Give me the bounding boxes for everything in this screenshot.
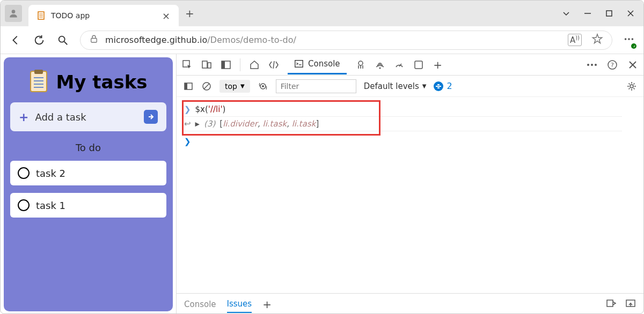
svg-rect-25 (222, 61, 225, 69)
dock-side-icon[interactable] (625, 298, 636, 310)
svg-point-12 (625, 38, 627, 40)
svg-point-36 (595, 64, 597, 66)
url-text: microsoftedge.github.io/Demos/demo-to-do… (105, 35, 296, 45)
svg-rect-26 (295, 61, 303, 68)
new-tab-button[interactable]: + (185, 7, 194, 20)
tab-close-button[interactable]: × (162, 10, 170, 21)
favorite-icon[interactable] (591, 33, 603, 47)
settings-icon[interactable] (626, 81, 637, 92)
computed-styles-icon[interactable] (606, 298, 617, 310)
drawer-add-tab[interactable]: + (262, 298, 272, 311)
svg-point-34 (587, 64, 589, 66)
svg-point-31 (379, 67, 380, 69)
input-prompt-icon: ❯ (184, 104, 191, 114)
console-output-line[interactable]: ↩ ▶ (3) [li.divider, li.task, li.task] (184, 117, 636, 131)
add-task-label: Add a task (35, 111, 137, 123)
lock-icon (89, 34, 99, 46)
close-button[interactable] (626, 9, 635, 18)
svg-point-9 (59, 36, 65, 42)
devtools-drawer-tabs: Console Issues + (177, 293, 643, 314)
sidebar-toggle-icon[interactable] (183, 81, 194, 92)
log-levels-selector[interactable]: Default levels ▼ (364, 81, 427, 91)
svg-rect-42 (185, 83, 187, 89)
svg-point-14 (632, 38, 634, 40)
performance-tab-icon[interactable] (394, 59, 405, 70)
svg-line-44 (204, 84, 209, 89)
network-tab-icon[interactable] (375, 59, 385, 70)
console-tab-label: Console (308, 59, 340, 69)
svg-point-27 (358, 61, 363, 65)
search-button[interactable] (56, 34, 69, 47)
console-toolbar: top ▼ Default levels ▼ 2 (177, 76, 643, 97)
page-icon (37, 11, 46, 20)
clear-console-icon[interactable] (201, 81, 212, 92)
task-name: task 1 (36, 200, 65, 211)
svg-rect-49 (437, 87, 440, 88)
svg-point-46 (262, 85, 264, 87)
expand-icon[interactable]: ▶ (195, 121, 200, 128)
more-icon[interactable] (587, 59, 597, 70)
add-task-button[interactable]: + Add a task (10, 102, 166, 131)
svg-rect-48 (436, 86, 441, 87)
refresh-button[interactable] (33, 34, 46, 47)
live-expression-icon[interactable] (258, 81, 268, 92)
svg-point-13 (628, 38, 630, 40)
filter-input[interactable] (276, 79, 356, 93)
issues-indicator[interactable]: 2 (434, 81, 452, 91)
address-bar: microsoftedge.github.io/Demos/demo-to-do… (1, 26, 643, 54)
close-devtools-icon[interactable] (627, 59, 638, 70)
svg-rect-11 (91, 38, 97, 42)
back-button[interactable] (9, 34, 22, 47)
context-selector[interactable]: top ▼ (219, 80, 250, 93)
svg-rect-33 (415, 61, 422, 69)
section-label: To do (10, 142, 166, 153)
maximize-button[interactable] (605, 9, 613, 18)
device-icon[interactable] (201, 59, 212, 70)
svg-point-35 (591, 64, 593, 66)
console-tab[interactable]: Console (288, 55, 347, 74)
elements-tab-icon[interactable] (268, 59, 279, 70)
inspect-icon[interactable] (182, 59, 193, 70)
read-aloud-icon[interactable]: A)) (568, 34, 582, 46)
menu-button[interactable] (623, 33, 635, 47)
svg-text:?: ? (611, 62, 614, 69)
svg-rect-16 (34, 70, 43, 74)
tab-title: TODO app (51, 11, 157, 20)
browser-tab[interactable]: TODO app × (28, 5, 179, 26)
svg-rect-23 (208, 63, 211, 68)
chevron-down-icon[interactable] (562, 9, 570, 18)
drawer-console-tab[interactable]: Console (184, 300, 216, 309)
result-array: [li.divider, li.task, li.task] (219, 119, 319, 129)
console-empty-prompt[interactable]: ❯ (184, 131, 636, 148)
application-tab-icon[interactable] (413, 59, 424, 70)
task-item[interactable]: task 2 (10, 161, 166, 185)
svg-point-50 (630, 85, 633, 88)
more-tabs-icon[interactable]: + (433, 59, 443, 70)
minimize-button[interactable] (583, 9, 592, 18)
task-checkbox[interactable] (18, 167, 30, 179)
console-body[interactable]: ❯ $x('//li') ↩ ▶ (3) [li.divider, li.tas… (177, 97, 643, 293)
submit-arrow-icon[interactable] (144, 110, 158, 124)
clipboard-icon (29, 69, 48, 95)
task-item[interactable]: task 1 (10, 193, 166, 218)
console-input-code: $x('//li') (195, 104, 226, 114)
url-input[interactable]: microsoftedge.github.io/Demos/demo-to-do… (80, 31, 612, 50)
dock-icon[interactable] (221, 59, 231, 70)
issue-badge-icon (434, 81, 443, 91)
output-prompt-icon: ↩ (184, 119, 191, 129)
issues-count: 2 (447, 81, 452, 91)
todo-app: My tasks + Add a task To do task 2 task … (4, 57, 173, 311)
sources-tab-icon[interactable] (355, 59, 366, 70)
welcome-tab-icon[interactable] (249, 59, 260, 70)
svg-point-0 (12, 10, 16, 13)
svg-rect-47 (437, 84, 440, 85)
window-titlebar: TODO app × + (1, 1, 643, 26)
task-name: task 2 (36, 168, 65, 179)
result-count: (3) (204, 119, 215, 129)
task-checkbox[interactable] (18, 199, 30, 211)
profile-icon[interactable] (5, 5, 22, 22)
help-icon[interactable]: ? (607, 59, 618, 70)
drawer-issues-tab[interactable]: Issues (227, 299, 252, 313)
devtools-panel: Console + ? top ▼ Default levels ▼ 2 (176, 54, 643, 314)
devtools-tabbar: Console + ? (177, 54, 643, 76)
